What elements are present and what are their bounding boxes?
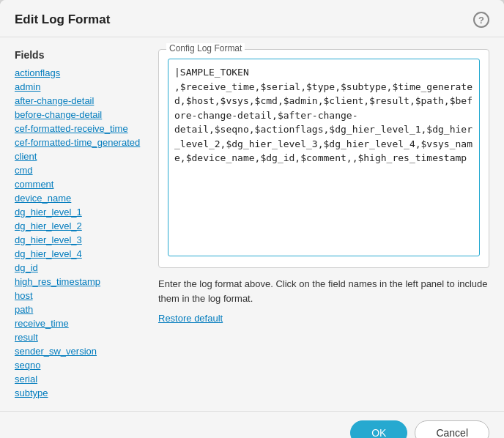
edit-log-format-dialog: Edit Log Format ? Fields actionflagsadmi… (0, 0, 504, 438)
field-item[interactable]: admin (15, 81, 147, 93)
field-item[interactable]: high_res_timestamp (15, 275, 147, 288)
field-item[interactable]: serial (15, 373, 147, 385)
field-item[interactable]: device_name (15, 192, 147, 204)
field-item[interactable]: before-change-detail (15, 108, 147, 121)
field-item[interactable]: cmd (15, 164, 147, 177)
field-item[interactable]: dg_hier_level_4 (15, 248, 147, 260)
field-item[interactable]: seqno (15, 359, 147, 371)
config-group-legend: Config Log Format (166, 43, 245, 53)
config-textarea[interactable] (168, 59, 480, 256)
field-item[interactable]: cef-formatted-receive_time (15, 122, 147, 135)
fields-panel: Fields actionflagsadminafter-change-deta… (15, 49, 147, 399)
dialog-title: Edit Log Format (15, 12, 110, 27)
field-item[interactable]: after-change-detail (15, 94, 147, 107)
fields-section-title: Fields (15, 49, 147, 61)
field-item[interactable]: receive_time (15, 317, 147, 330)
ok-button[interactable]: OK (350, 420, 407, 438)
dialog-footer: OK Cancel (0, 411, 504, 438)
field-item[interactable]: dg_hier_level_1 (15, 206, 147, 218)
field-item[interactable]: dg_id (15, 261, 147, 274)
config-group: Config Log Format (158, 49, 489, 268)
field-item[interactable]: result (15, 331, 147, 344)
fields-list: actionflagsadminafter-change-detailbefor… (15, 67, 147, 399)
dialog-header: Edit Log Format ? (0, 0, 504, 37)
field-item[interactable]: client (15, 150, 147, 163)
field-item[interactable]: path (15, 303, 147, 316)
cancel-button[interactable]: Cancel (415, 420, 489, 438)
config-description: Enter the log format above. Click on the… (158, 277, 489, 305)
help-icon[interactable]: ? (473, 12, 489, 28)
field-item[interactable]: host (15, 289, 147, 302)
field-item[interactable]: actionflags (15, 67, 147, 79)
field-item[interactable]: subtype (15, 387, 147, 399)
field-item[interactable]: cef-formatted-time_generated (15, 136, 147, 149)
field-item[interactable]: dg_hier_level_3 (15, 234, 147, 246)
field-item[interactable]: comment (15, 178, 147, 190)
dialog-body: Fields actionflagsadminafter-change-deta… (0, 37, 504, 411)
config-panel: Config Log Format Enter the log format a… (158, 49, 489, 399)
restore-default-link[interactable]: Restore default (158, 313, 489, 324)
field-item[interactable]: sender_sw_version (15, 345, 147, 357)
field-item[interactable]: dg_hier_level_2 (15, 220, 147, 232)
